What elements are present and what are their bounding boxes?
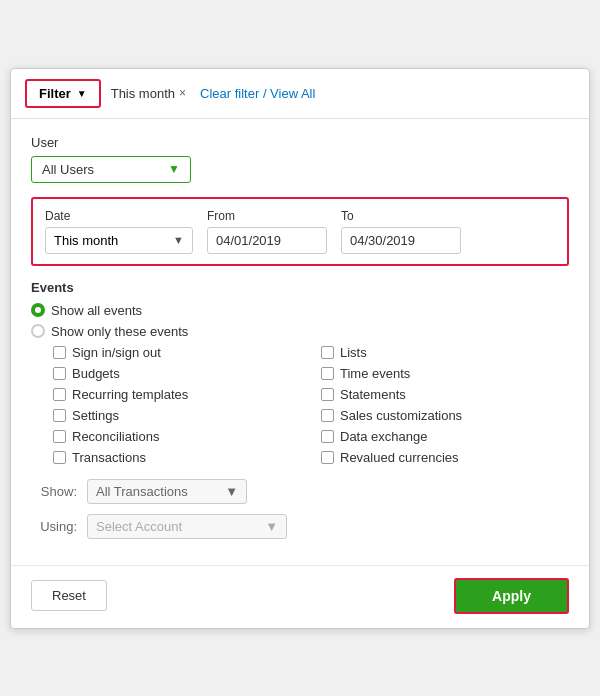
checkbox-icon[interactable]: [321, 409, 334, 422]
checkbox-label: Recurring templates: [72, 387, 188, 402]
from-label: From: [207, 209, 327, 223]
radio-all-label: Show all events: [51, 303, 142, 318]
using-placeholder: Select Account: [96, 519, 182, 534]
to-label: To: [341, 209, 461, 223]
checkbox-label: Budgets: [72, 366, 120, 381]
apply-button[interactable]: Apply: [454, 578, 569, 614]
checkbox-row[interactable]: Data exchange: [321, 429, 569, 444]
checkbox-label: Sales customizations: [340, 408, 462, 423]
checkbox-icon[interactable]: [321, 367, 334, 380]
checkbox-label: Sign in/sign out: [72, 345, 161, 360]
checkbox-icon[interactable]: [321, 451, 334, 464]
checkbox-label: Statements: [340, 387, 406, 402]
checkbox-label: Transactions: [72, 450, 146, 465]
filter-panel: Filter ▼ This month × Clear filter / Vie…: [10, 68, 590, 629]
checkbox-icon[interactable]: [53, 388, 66, 401]
checkbox-icon[interactable]: [53, 430, 66, 443]
checkbox-label: Revalued currencies: [340, 450, 459, 465]
date-field: Date This month ▼: [45, 209, 193, 254]
user-label: User: [31, 135, 569, 150]
radio-these-label: Show only these events: [51, 324, 188, 339]
date-row: Date This month ▼ From To: [31, 197, 569, 266]
checkbox-row[interactable]: Settings: [53, 408, 301, 423]
checkbox-row[interactable]: Recurring templates: [53, 387, 301, 402]
checkbox-label: Time events: [340, 366, 410, 381]
to-input[interactable]: [341, 227, 461, 254]
user-dropdown[interactable]: All Users ▼: [31, 156, 191, 183]
checkbox-row[interactable]: Lists: [321, 345, 569, 360]
filter-button[interactable]: Filter ▼: [25, 79, 101, 108]
filter-content: User All Users ▼ Date This month ▼ From …: [11, 119, 589, 555]
checkbox-icon[interactable]: [53, 451, 66, 464]
checkbox-icon[interactable]: [321, 430, 334, 443]
events-section: Events Show all events Show only these e…: [31, 280, 569, 465]
radio-these-icon: [31, 324, 45, 338]
user-dropdown-value: All Users: [42, 162, 94, 177]
reset-button[interactable]: Reset: [31, 580, 107, 611]
filter-arrow-icon: ▼: [77, 88, 87, 99]
checkbox-icon[interactable]: [321, 346, 334, 359]
to-field: To: [341, 209, 461, 254]
radio-show-all[interactable]: Show all events: [31, 303, 569, 318]
events-label: Events: [31, 280, 569, 295]
show-row: Show: All Transactions ▼: [31, 479, 569, 504]
footer: Reset Apply: [11, 565, 589, 628]
checkbox-row[interactable]: Transactions: [53, 450, 301, 465]
show-label: Show:: [31, 484, 77, 499]
checkbox-row[interactable]: Sign in/sign out: [53, 345, 301, 360]
checkbox-row[interactable]: Reconciliations: [53, 429, 301, 444]
checkbox-icon[interactable]: [321, 388, 334, 401]
checkbox-row[interactable]: Time events: [321, 366, 569, 381]
radio-show-these[interactable]: Show only these events: [31, 324, 569, 339]
using-label: Using:: [31, 519, 77, 534]
date-dropdown-arrow-icon: ▼: [173, 234, 184, 246]
checkbox-icon[interactable]: [53, 346, 66, 359]
show-dropdown-value: All Transactions: [96, 484, 188, 499]
this-month-text: This month: [111, 86, 175, 101]
using-dropdown-arrow-icon: ▼: [265, 519, 278, 534]
active-filter-tag: This month ×: [111, 86, 186, 101]
checkbox-row[interactable]: Budgets: [53, 366, 301, 381]
checkbox-label: Data exchange: [340, 429, 427, 444]
date-label: Date: [45, 209, 193, 223]
clear-filter-link[interactable]: Clear filter / View All: [200, 86, 315, 101]
checkbox-label: Reconciliations: [72, 429, 159, 444]
checkbox-label: Settings: [72, 408, 119, 423]
checkbox-row[interactable]: Statements: [321, 387, 569, 402]
remove-filter-icon[interactable]: ×: [179, 86, 186, 100]
top-bar: Filter ▼ This month × Clear filter / Vie…: [11, 69, 589, 119]
from-input[interactable]: [207, 227, 327, 254]
using-row: Using: Select Account ▼: [31, 514, 569, 539]
show-dropdown-arrow-icon: ▼: [225, 484, 238, 499]
checkbox-row[interactable]: Revalued currencies: [321, 450, 569, 465]
from-field: From: [207, 209, 327, 254]
show-dropdown[interactable]: All Transactions ▼: [87, 479, 247, 504]
checkbox-icon[interactable]: [53, 409, 66, 422]
date-dropdown[interactable]: This month ▼: [45, 227, 193, 254]
radio-all-icon: [31, 303, 45, 317]
checkbox-icon[interactable]: [53, 367, 66, 380]
using-dropdown[interactable]: Select Account ▼: [87, 514, 287, 539]
date-dropdown-value: This month: [54, 233, 118, 248]
user-dropdown-arrow-icon: ▼: [168, 162, 180, 176]
checkbox-row[interactable]: Sales customizations: [321, 408, 569, 423]
checkboxes-grid: Sign in/sign outListsBudgetsTime eventsR…: [53, 345, 569, 465]
checkbox-label: Lists: [340, 345, 367, 360]
filter-label: Filter: [39, 86, 71, 101]
